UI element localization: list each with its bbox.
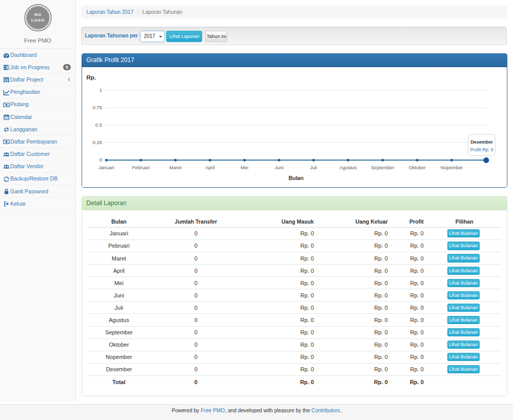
svg-text:September: September: [371, 165, 394, 170]
svg-text:NO: NO: [34, 12, 41, 17]
svg-text:Agustus: Agustus: [340, 165, 357, 170]
svg-text:Juli: Juli: [310, 165, 317, 170]
svg-text:0: 0: [100, 157, 102, 163]
svg-text:0.25: 0.25: [92, 139, 102, 145]
svg-text:Mei: Mei: [241, 165, 248, 170]
svg-text:Oktober: Oktober: [408, 165, 425, 170]
svg-text:1: 1: [100, 87, 102, 93]
svg-text:April: April: [205, 165, 215, 170]
svg-text:Bulan: Bulan: [288, 175, 303, 181]
svg-text:Profit Rp: 0: Profit Rp: 0: [470, 147, 493, 152]
svg-text:Rp.: Rp.: [86, 74, 96, 80]
svg-text:Juni: Juni: [274, 165, 283, 170]
svg-text:Desember: Desember: [470, 139, 493, 145]
svg-text:Maret: Maret: [169, 165, 182, 170]
svg-text:Nopember: Nopember: [441, 165, 463, 170]
svg-text:Pebruari: Pebruari: [132, 165, 150, 170]
svg-text:0.75: 0.75: [92, 105, 102, 110]
svg-text:0.5: 0.5: [95, 122, 102, 128]
svg-text:LOGO: LOGO: [31, 18, 45, 23]
svg-text:Januari: Januari: [98, 165, 114, 170]
